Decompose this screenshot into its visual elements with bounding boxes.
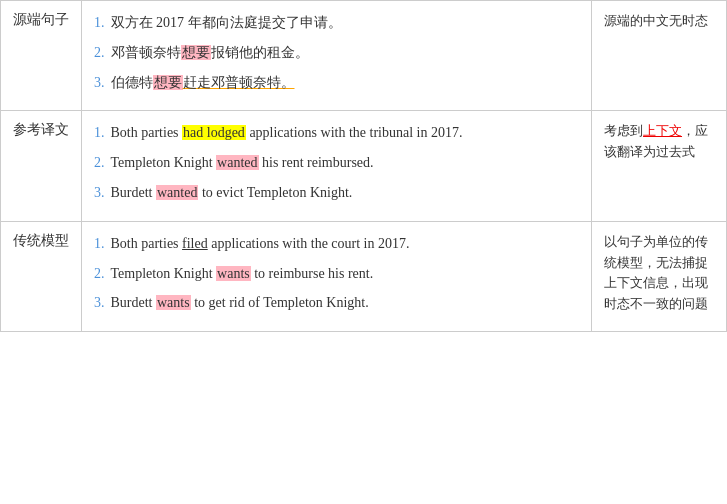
table-row: 传统模型1.Both parties filed applications wi… xyxy=(1,221,727,331)
list-item: 3.Burdett wanted to evict Templeton Knig… xyxy=(94,181,579,205)
text-plain: Templeton Knight xyxy=(111,266,217,281)
item-num: 3. xyxy=(94,75,105,90)
text-plain: Burdett xyxy=(111,185,157,200)
item-num: 1. xyxy=(94,15,105,30)
text-plain: 邓普顿奈特 xyxy=(111,45,181,60)
table-row: 参考译文1.Both parties had lodged applicatio… xyxy=(1,111,727,221)
row-note: 源端的中文无时态 xyxy=(592,1,727,111)
row-note: 考虑到上下文，应该翻译为过去式 xyxy=(592,111,727,221)
text-plain: to evict Templeton Knight. xyxy=(198,185,352,200)
list-item: 3.Burdett wants to get rid of Templeton … xyxy=(94,291,579,315)
item-num: 2. xyxy=(94,45,105,60)
highlight-pink: 想要 xyxy=(153,75,183,90)
row-content: 1.Both parties filed applications with t… xyxy=(82,221,592,331)
item-num: 1. xyxy=(94,236,105,251)
underline-text: 赶走邓普顿奈特。 xyxy=(183,75,295,90)
text-plain: to reimburse his rent. xyxy=(251,266,373,281)
text-plain: 双方在 2017 年都向法庭提交了申请。 xyxy=(111,15,342,30)
list-item: 1.双方在 2017 年都向法庭提交了申请。 xyxy=(94,11,579,35)
text-plain: Burdett xyxy=(111,295,157,310)
text-plain: applications with the tribunal in 2017. xyxy=(246,125,463,140)
text-plain: 伯德特 xyxy=(111,75,153,90)
row-label: 源端句子 xyxy=(1,1,82,111)
highlight-pink: wants xyxy=(216,266,251,281)
row-note: 以句子为单位的传统模型，无法捕捉上下文信息，出现时态不一致的问题 xyxy=(592,221,727,331)
highlight-pink: wanted xyxy=(156,185,198,200)
highlight-pink: wanted xyxy=(216,155,258,170)
row-label: 传统模型 xyxy=(1,221,82,331)
item-num: 3. xyxy=(94,295,105,310)
text-plain: his rent reimbursed. xyxy=(259,155,374,170)
list-item: 2.Templeton Knight wanted his rent reimb… xyxy=(94,151,579,175)
highlight-yellow: had lodged xyxy=(182,125,246,140)
item-num: 2. xyxy=(94,155,105,170)
text-plain: Both parties xyxy=(111,125,183,140)
text-plain: applications with the court in 2017. xyxy=(208,236,410,251)
item-num: 3. xyxy=(94,185,105,200)
highlight-pink: 想要 xyxy=(181,45,211,60)
list-item: 1.Both parties had lodged applications w… xyxy=(94,121,579,145)
table-row: 源端句子1.双方在 2017 年都向法庭提交了申请。2.邓普顿奈特想要报销他的租… xyxy=(1,1,727,111)
row-label: 参考译文 xyxy=(1,111,82,221)
list-item: 3.伯德特想要赶走邓普顿奈特。 xyxy=(94,71,579,95)
item-num: 2. xyxy=(94,266,105,281)
text-plain: Both parties xyxy=(111,236,183,251)
text-plain: 报销他的租金。 xyxy=(211,45,309,60)
item-num: 1. xyxy=(94,125,105,140)
text-plain: Templeton Knight xyxy=(111,155,217,170)
highlight-pink: wants xyxy=(156,295,191,310)
list-item: 1.Both parties filed applications with t… xyxy=(94,232,579,256)
list-item: 2.邓普顿奈特想要报销他的租金。 xyxy=(94,41,579,65)
row-content: 1.双方在 2017 年都向法庭提交了申请。2.邓普顿奈特想要报销他的租金。3.… xyxy=(82,1,592,111)
list-item: 2.Templeton Knight wants to reimburse hi… xyxy=(94,262,579,286)
note-highlight: 上下文 xyxy=(643,123,682,138)
row-content: 1.Both parties had lodged applications w… xyxy=(82,111,592,221)
underline-plain: filed xyxy=(182,236,208,251)
text-plain: to get rid of Templeton Knight. xyxy=(191,295,369,310)
